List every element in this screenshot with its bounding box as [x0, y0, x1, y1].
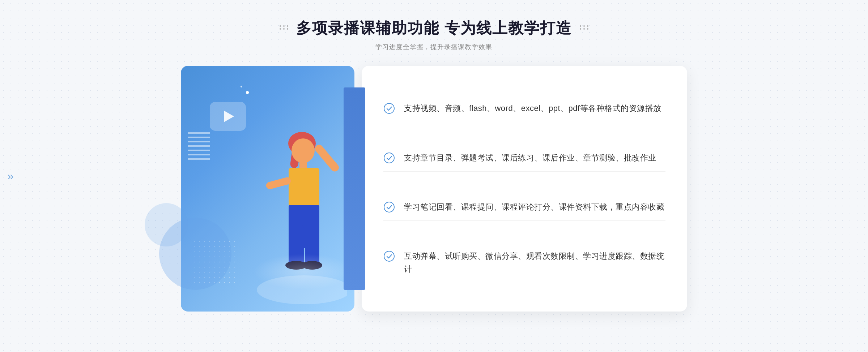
page-wrapper: » 多项录播课辅助功能 专为线上教学打造 — [0, 0, 868, 352]
feature-item-2: 支持章节目录、弹题考试、课后练习、课后作业、章节测验、批改作业 — [383, 144, 665, 172]
check-icon-1 — [383, 103, 395, 114]
play-icon — [224, 111, 234, 122]
feature-item-4: 互动弹幕、试听购买、微信分享、观看次数限制、学习进度跟踪、数据统计 — [383, 242, 665, 282]
feature-item-3: 学习笔记回看、课程提问、课程评论打分、课件资料下载，重点内容收藏 — [383, 193, 665, 221]
svg-point-4 — [283, 28, 285, 30]
svg-point-2 — [287, 25, 288, 27]
svg-point-1 — [283, 25, 285, 27]
feature-text-3: 学习笔记回看、课程提问、课程评论打分、课件资料下载，重点内容收藏 — [404, 201, 664, 213]
feature-item-1: 支持视频、音频、flash、word、excel、ppt、pdf等各种格式的资源… — [383, 95, 665, 122]
feature-text-4: 互动弹幕、试听购买、微信分享、观看次数限制、学习进度跟踪、数据统计 — [404, 250, 665, 275]
svg-point-9 — [580, 28, 581, 30]
check-icon-3 — [383, 201, 395, 213]
title-dots-left — [279, 25, 289, 32]
svg-point-0 — [280, 25, 281, 27]
spotlight-decoration — [253, 254, 354, 290]
title-dots-right — [579, 25, 589, 32]
features-list: 支持视频、音频、flash、word、excel、ppt、pdf等各种格式的资源… — [383, 84, 665, 293]
header-section: 多项录播课辅助功能 专为线上教学打造 学习进度全掌握，提升录播课教学效果 — [279, 18, 589, 51]
svg-point-28 — [384, 251, 394, 261]
stripe-decoration — [188, 131, 210, 160]
main-title: 多项录播课辅助功能 专为线上教学打造 — [296, 18, 572, 38]
feature-text-1: 支持视频、音频、flash、word、excel、ppt、pdf等各种格式的资源… — [404, 102, 661, 115]
content-panel: 支持视频、音频、flash、word、excel、ppt、pdf等各种格式的资源… — [362, 66, 687, 312]
svg-point-27 — [384, 202, 394, 212]
svg-point-25 — [384, 103, 394, 113]
svg-point-14 — [292, 138, 315, 163]
sparkle-decoration-2 — [241, 86, 242, 87]
svg-point-6 — [580, 25, 581, 27]
play-bubble — [210, 102, 246, 131]
subtitle: 学习进度全掌握，提升录播课教学效果 — [279, 43, 589, 51]
left-arrow-decoration: » — [7, 169, 14, 183]
svg-rect-18 — [265, 176, 292, 190]
svg-point-5 — [287, 28, 288, 30]
svg-rect-16 — [289, 168, 319, 207]
content-area: 支持视频、音频、flash、word、excel、ppt、pdf等各种格式的资源… — [181, 66, 687, 312]
svg-point-8 — [587, 25, 588, 27]
deco-circle-small — [145, 203, 188, 246]
blue-bar-decoration — [344, 87, 365, 290]
illustration-card — [181, 66, 354, 312]
title-row: 多项录播课辅助功能 专为线上教学打造 — [279, 18, 589, 38]
svg-point-7 — [583, 25, 585, 27]
sparkle-decoration-1 — [246, 91, 249, 94]
svg-point-26 — [384, 153, 394, 163]
check-icon-4 — [383, 250, 395, 262]
svg-point-3 — [280, 28, 281, 30]
check-icon-2 — [383, 152, 395, 164]
svg-point-10 — [583, 28, 585, 30]
svg-point-11 — [587, 28, 588, 30]
feature-text-2: 支持章节目录、弹题考试、课后练习、课后作业、章节测验、批改作业 — [404, 151, 656, 164]
